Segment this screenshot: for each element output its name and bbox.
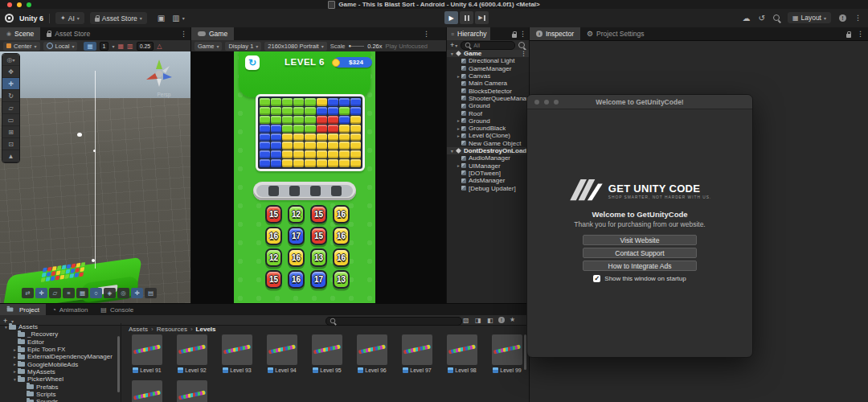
move-tool[interactable]: ✛ xyxy=(2,78,19,90)
shooter-block[interactable]: 13 xyxy=(310,248,327,267)
wall-block[interactable] xyxy=(317,125,327,133)
axis-center[interactable] xyxy=(156,71,162,77)
hierarchy-scene-header[interactable]: ▾Game⋮ xyxy=(447,50,530,57)
tab-hierarchy[interactable]: ≡ Hierarchy xyxy=(447,27,490,40)
wall-block[interactable] xyxy=(282,159,293,167)
level-item-label[interactable]: Level 96 xyxy=(350,367,394,373)
level-thumbnail[interactable] xyxy=(132,380,162,402)
shooter-block[interactable]: 17 xyxy=(310,270,327,289)
wall-block[interactable] xyxy=(293,150,304,158)
wall-block[interactable] xyxy=(271,133,281,142)
wall-block[interactable] xyxy=(305,133,315,142)
multiplayer-icon[interactable]: ▣ xyxy=(158,14,165,23)
hierarchy-item[interactable]: Main Camera xyxy=(447,80,530,87)
chevron-right-icon[interactable]: ▸ xyxy=(456,118,461,123)
hierarchy-item[interactable]: Ground xyxy=(447,102,530,109)
chevron-right-icon[interactable]: ▸ xyxy=(456,133,461,138)
wall-block[interactable] xyxy=(282,116,293,124)
display-dropdown[interactable]: Display 1 ▾ xyxy=(225,42,261,51)
wall-block[interactable] xyxy=(260,116,270,124)
level-thumbnail[interactable] xyxy=(177,334,207,365)
tab-inspector[interactable]: i Inspector xyxy=(530,27,580,40)
wall-block[interactable] xyxy=(271,159,281,167)
wall-block[interactable] xyxy=(317,133,327,142)
dialog-zoom-button[interactable] xyxy=(554,100,559,105)
pause-button[interactable] xyxy=(460,11,473,24)
wall-block[interactable] xyxy=(282,125,293,133)
scale-tool[interactable]: ▱ xyxy=(2,102,19,114)
level-item-label[interactable]: Level 95 xyxy=(305,367,349,373)
info-icon[interactable]: ! xyxy=(498,317,505,323)
hierarchy-item[interactable]: ▸UIManager xyxy=(447,162,530,170)
slider-track[interactable] xyxy=(351,46,364,47)
shooter-block[interactable]: 16 xyxy=(333,227,350,245)
axis-y-cone[interactable] xyxy=(156,59,162,69)
wall-block[interactable] xyxy=(271,142,281,150)
wall-block[interactable] xyxy=(260,133,270,142)
project-tree-item[interactable]: _Recovery xyxy=(0,330,121,338)
shooter-block[interactable]: 12 xyxy=(265,248,282,267)
tab-project[interactable]: Project xyxy=(0,304,46,315)
hierarchy-item[interactable]: ▸GroundBlack xyxy=(447,125,530,132)
wall-block[interactable] xyxy=(339,133,350,142)
tab-console[interactable]: ▤ Console xyxy=(94,304,140,315)
wall-block[interactable] xyxy=(271,116,281,124)
hierarchy-item[interactable]: AudioManager xyxy=(447,154,530,162)
project-tree-item[interactable]: ▸Epic Toon FX xyxy=(0,346,121,353)
folder-chevron-right-icon[interactable]: ▸ xyxy=(12,369,18,374)
zoom-overlay-tool[interactable]: ◎ xyxy=(117,288,129,298)
level-item-label[interactable]: Level 93 xyxy=(215,367,259,373)
wall-block[interactable] xyxy=(328,116,338,124)
wall-block[interactable] xyxy=(339,107,350,115)
shooter-block[interactable]: 12 xyxy=(288,205,305,224)
wall-block[interactable] xyxy=(339,98,350,106)
wall-block[interactable] xyxy=(282,142,293,150)
hierarchy-item[interactable]: ▸Canvas xyxy=(447,72,530,80)
grid-overlay-tool[interactable]: ▦ xyxy=(76,288,88,298)
wall-block[interactable] xyxy=(293,98,304,106)
help-icon[interactable]: ! xyxy=(839,14,846,22)
shuffle-overlay-tool[interactable]: ⇄ xyxy=(22,288,34,298)
level-item-label[interactable]: Level 91 xyxy=(125,367,169,373)
asset-store-menu-button[interactable]: Asset Store ▾ xyxy=(90,12,147,24)
wall-block[interactable] xyxy=(293,133,304,142)
level-thumbnail[interactable] xyxy=(492,334,522,365)
wall-block[interactable] xyxy=(260,159,270,167)
axis-gizmo[interactable] xyxy=(143,58,175,90)
ai-menu-button[interactable]: ✦ AI ▾ xyxy=(55,12,84,24)
lock-icon[interactable] xyxy=(846,34,851,38)
scale-overlay-tool[interactable]: ▱ xyxy=(49,288,61,298)
visit-website-button[interactable]: Visit Website xyxy=(583,235,697,245)
level-thumbnail[interactable] xyxy=(222,334,252,365)
snap-scale-icon[interactable]: △ xyxy=(157,43,162,50)
resolution-dropdown[interactable]: 2160x1080 Portrait ▾ xyxy=(264,42,326,51)
grid-size-field[interactable]: 1 xyxy=(100,42,109,51)
grid-visibility-button[interactable]: ▦ xyxy=(84,42,96,51)
create-object-button[interactable]: + xyxy=(450,41,454,49)
hierarchy-search-input[interactable]: All xyxy=(461,41,515,50)
wall-block[interactable] xyxy=(282,133,293,142)
wall-block[interactable] xyxy=(328,150,338,158)
wall-block[interactable] xyxy=(328,98,338,106)
contact-support-button[interactable]: Contact Support xyxy=(583,248,697,258)
wall-block[interactable] xyxy=(339,116,350,124)
wall-block[interactable] xyxy=(328,125,338,133)
wall-block[interactable] xyxy=(293,107,304,115)
kebab-menu-icon[interactable]: ⋮ xyxy=(423,30,430,38)
chevron-down-icon[interactable]: ▾ xyxy=(449,149,455,154)
level-thumbnail[interactable] xyxy=(402,334,432,365)
wall-block[interactable] xyxy=(282,107,293,115)
scene-viewport[interactable]: Persp ◎▾✥✛↻▱▭⊞⊡▲ ⇄✛▱≡▦○◈◎✛▤ xyxy=(0,51,190,303)
pivot-dropdown[interactable]: Center ▾ xyxy=(3,42,40,51)
wall-block[interactable] xyxy=(328,142,338,150)
play-unfocused-dropdown[interactable]: Play Unfocused xyxy=(385,43,428,50)
level-item-label[interactable]: Level 94 xyxy=(260,367,304,373)
project-tree-item[interactable]: ▾Assets xyxy=(0,323,121,330)
cross-overlay-tool[interactable]: ✛ xyxy=(131,288,143,298)
rotate-tool[interactable]: ↻ xyxy=(2,90,19,102)
level-thumbnail[interactable] xyxy=(312,334,342,365)
wall-block[interactable] xyxy=(350,98,361,106)
axis-neg-cone[interactable] xyxy=(157,79,162,87)
wall-block[interactable] xyxy=(305,107,315,115)
hierarchy-item[interactable]: [DOTween] xyxy=(447,170,530,177)
